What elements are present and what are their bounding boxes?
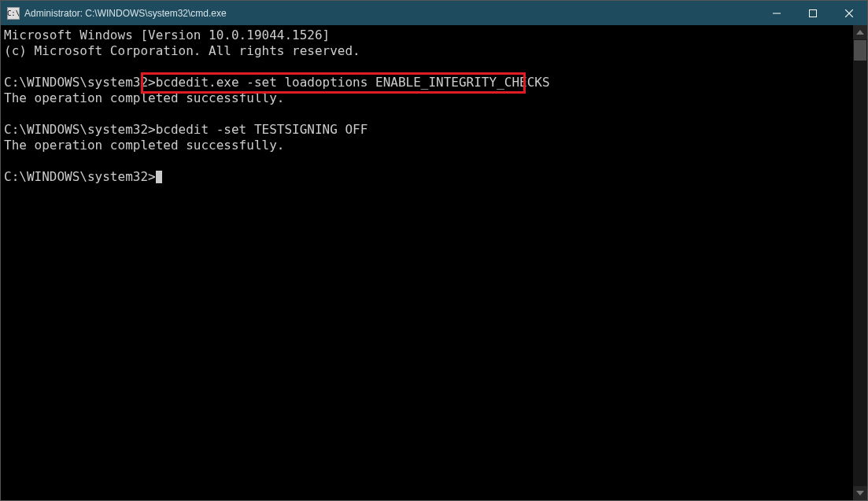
prompt-1: C:\WINDOWS\system32> [4, 75, 156, 90]
result-1: The operation completed successfully. [4, 90, 284, 105]
scrollbar-track[interactable] [853, 39, 867, 486]
chevron-up-icon [856, 30, 864, 35]
minimize-icon [773, 9, 781, 17]
command-1: bcdedit.exe -set loadoptions ENABLE_INTE… [156, 75, 550, 90]
svg-rect-1 [810, 9, 817, 17]
window-title: Administrator: C:\WINDOWS\system32\cmd.e… [24, 8, 759, 19]
scrollbar-thumb[interactable] [854, 40, 866, 61]
titlebar[interactable]: C:\ Administrator: C:\WINDOWS\system32\c… [1, 1, 867, 25]
maximize-icon [809, 9, 817, 17]
chevron-down-icon [856, 491, 864, 495]
scroll-up-button[interactable] [853, 25, 867, 39]
terminal-area: Microsoft Windows [Version 10.0.19044.15… [1, 25, 867, 500]
prompt-3: C:\WINDOWS\system32> [4, 169, 156, 184]
window-control-buttons [759, 1, 867, 25]
close-icon [845, 9, 853, 17]
text-cursor [156, 171, 162, 183]
close-button[interactable] [831, 1, 867, 25]
result-2: The operation completed successfully. [4, 138, 284, 153]
command-2: bcdedit -set TESTSIGNING OFF [156, 122, 368, 137]
cmd-icon: C:\ [7, 7, 20, 20]
vertical-scrollbar[interactable] [853, 25, 867, 500]
copyright-line: (c) Microsoft Corporation. All rights re… [4, 43, 360, 58]
terminal-output[interactable]: Microsoft Windows [Version 10.0.19044.15… [1, 25, 853, 500]
svg-rect-0 [773, 13, 781, 13]
scroll-down-button[interactable] [853, 486, 867, 500]
version-line: Microsoft Windows [Version 10.0.19044.15… [4, 28, 330, 42]
maximize-button[interactable] [795, 1, 831, 25]
prompt-2: C:\WINDOWS\system32> [4, 122, 156, 137]
minimize-button[interactable] [759, 1, 795, 25]
cmd-window: C:\ Administrator: C:\WINDOWS\system32\c… [0, 0, 868, 501]
